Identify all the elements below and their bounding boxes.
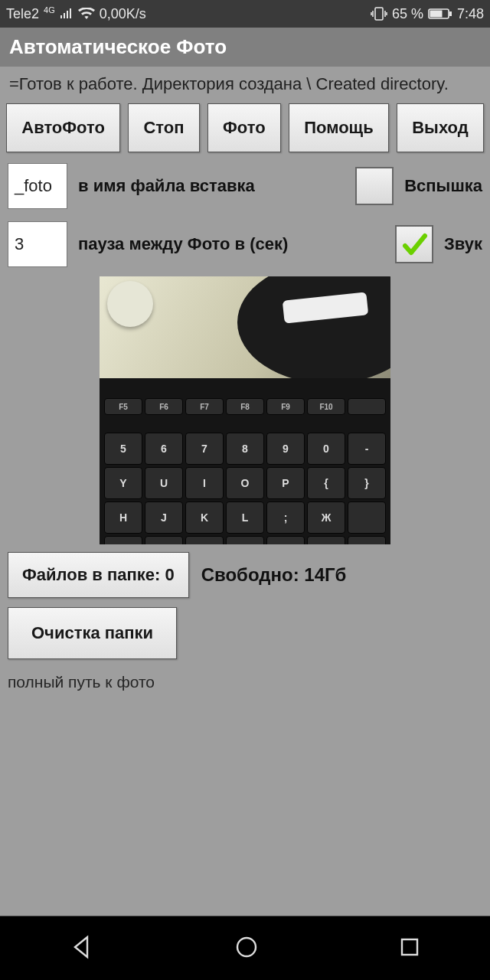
- svg-rect-5: [402, 939, 417, 955]
- files-in-folder-button[interactable]: Файлов в папке: 0: [8, 552, 189, 598]
- home-button[interactable]: [234, 934, 260, 963]
- android-nav-bar: [0, 916, 490, 980]
- svg-rect-3: [449, 11, 452, 16]
- vibrate-icon: [371, 7, 387, 21]
- exit-button[interactable]: Выход: [397, 103, 484, 152]
- signal-icon: [60, 8, 74, 20]
- clock-label: 7:48: [457, 6, 484, 22]
- free-space-label: Свободно: 14Гб: [201, 564, 347, 586]
- svg-point-4: [237, 938, 256, 956]
- app-title: Автоматическое Фото: [0, 28, 490, 67]
- clear-folder-button[interactable]: Очистка папки: [8, 607, 177, 659]
- pause-label: пауза между Фото в (сек): [78, 234, 384, 254]
- back-button[interactable]: [69, 934, 95, 963]
- carrier-label: Tele2: [6, 6, 39, 22]
- main-button-row: АвтоФото Стоп Фото Помощь Выход: [0, 99, 490, 157]
- files-row: Файлов в папке: 0 Свободно: 14Гб: [0, 547, 490, 603]
- android-status-bar: Tele2 4G 0,00K/s 65 % 7:48: [0, 0, 490, 28]
- sound-checkbox[interactable]: [395, 225, 433, 263]
- svg-rect-2: [430, 11, 442, 18]
- pause-seconds-field[interactable]: 3: [8, 221, 67, 267]
- full-path-label: полный путь к фото: [0, 664, 490, 701]
- autophoto-button[interactable]: АвтоФото: [6, 103, 120, 152]
- battery-icon: [428, 8, 452, 20]
- photo-button[interactable]: Фото: [207, 103, 281, 152]
- recents-button[interactable]: [398, 936, 421, 962]
- stop-button[interactable]: Стоп: [128, 103, 200, 152]
- camera-preview: F5F6F7F8F9F10 567890- YUIOP{} HJKL;Ж NMЬ…: [100, 276, 390, 544]
- filename-insert-label: в имя файла вставка: [78, 176, 345, 196]
- net-gen-label: 4G: [44, 5, 55, 15]
- net-speed-label: 0,00K/s: [100, 6, 146, 22]
- camera-preview-container: F5F6F7F8F9F10 567890- YUIOP{} HJKL;Ж NMЬ…: [0, 273, 490, 547]
- filename-row: _foto в имя файла вставка Вспышка: [0, 157, 490, 215]
- sound-label: Звук: [444, 234, 482, 254]
- svg-rect-0: [375, 8, 383, 20]
- filename-insert-field[interactable]: _foto: [8, 163, 67, 209]
- clear-row: Очистка папки: [0, 603, 490, 664]
- flash-checkbox[interactable]: [355, 167, 394, 205]
- status-message: =Готов к работе. Директория создана \ Cr…: [0, 67, 490, 99]
- wifi-icon: [78, 8, 95, 20]
- flash-label: Вспышка: [404, 176, 482, 196]
- pause-row: 3 пауза между Фото в (сек) Звук: [0, 215, 490, 273]
- battery-pct-label: 65 %: [392, 6, 423, 22]
- help-button[interactable]: Помощь: [289, 103, 389, 152]
